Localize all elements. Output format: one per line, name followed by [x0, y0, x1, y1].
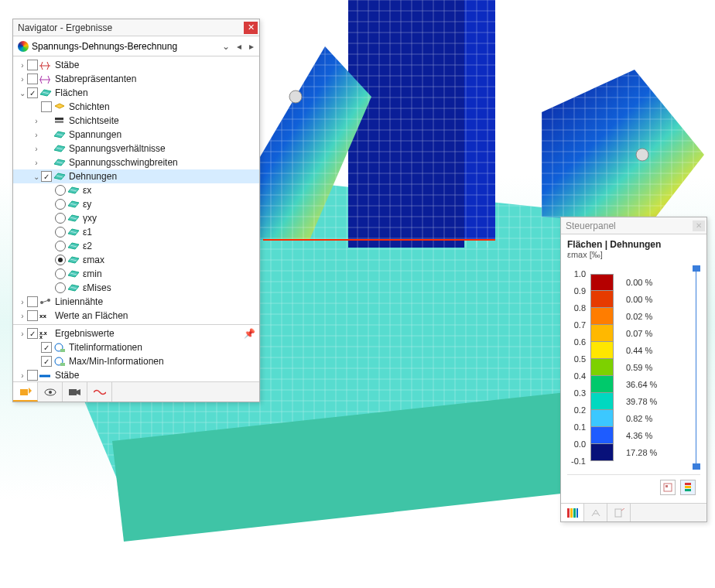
tree-radio[interactable]	[55, 199, 66, 210]
tree-item-label: Schichten	[69, 101, 110, 112]
slider-handle-bottom[interactable]	[693, 463, 700, 470]
tick-label: 0.2	[567, 402, 586, 419]
navigator-titlebar[interactable]: Navigator - Ergebnisse ✕	[13, 19, 259, 36]
tree-item[interactable]: ε1	[13, 225, 259, 239]
color-swatch	[590, 291, 614, 308]
tree-item[interactable]: ›Stäbe	[13, 368, 259, 381]
expander-icon[interactable]: ›	[18, 75, 27, 84]
tab-results[interactable]	[13, 382, 38, 402]
tree-item-label: Dehnungen	[69, 171, 117, 182]
tree-item[interactable]: ›Liniennähte	[13, 295, 259, 309]
tab-colors[interactable]	[561, 504, 584, 521]
expander-icon[interactable]: ›	[18, 330, 27, 338]
tree-checkbox[interactable]	[27, 60, 38, 70]
chevron-down-icon[interactable]: ⌄	[221, 41, 231, 52]
layer-icon	[53, 101, 66, 112]
color-swatch	[590, 274, 614, 291]
control-titlebar[interactable]: Steuerpanel ✕	[561, 217, 706, 234]
tree-item[interactable]: Titelinformationen	[13, 340, 259, 354]
tree-item[interactable]: εx	[13, 183, 259, 197]
tab-video[interactable]	[63, 382, 87, 402]
tree-item[interactable]: εy	[13, 197, 259, 211]
tree-checkbox[interactable]	[27, 74, 38, 84]
svg-rect-53	[20, 389, 28, 395]
tree-item[interactable]: εmin	[13, 267, 259, 281]
next-icon[interactable]: ▸	[247, 41, 256, 52]
results-tree[interactable]: ›Stäbe›Stabrepräsentanten⌄FlächenSchicht…	[13, 56, 259, 381]
expander-icon[interactable]: ›	[32, 145, 41, 153]
tree-checkbox[interactable]	[27, 310, 38, 321]
expander-icon[interactable]: ›	[18, 312, 27, 320]
tab-filter[interactable]	[607, 504, 631, 521]
expander-icon[interactable]: ›	[18, 371, 27, 380]
svg-rect-66	[576, 508, 578, 518]
tree-radio[interactable]	[55, 213, 66, 224]
slider-handle-top[interactable]	[693, 265, 700, 272]
tree-item[interactable]: ›Spannungsschwingbreiten	[13, 156, 259, 169]
tree-checkbox[interactable]	[41, 342, 52, 353]
percent-label: 36.64 %	[618, 376, 688, 393]
percent-label: 4.36 %	[618, 427, 688, 444]
tree-item-label: Max/Min-Informationen	[69, 356, 164, 367]
expander-icon[interactable]: ›	[18, 298, 27, 306]
tree-item[interactable]: ⌄Dehnungen	[13, 169, 259, 183]
tree-item[interactable]: εMises	[13, 281, 259, 295]
close-icon[interactable]: ✕	[244, 22, 258, 34]
control-tabs	[561, 503, 706, 521]
tree-checkbox[interactable]	[41, 356, 52, 367]
expander-icon[interactable]: ›	[32, 117, 41, 125]
tree-checkbox[interactable]	[27, 87, 38, 98]
tree-item-label: Spannungsschwingbreiten	[69, 157, 178, 168]
tick-label: 0.1	[567, 419, 586, 436]
tree-item[interactable]: ›Stabrepräsentanten	[13, 72, 259, 86]
tree-checkbox[interactable]	[27, 296, 38, 307]
tree-radio[interactable]	[55, 255, 66, 265]
expander-icon[interactable]: ⌄	[32, 173, 41, 181]
tree-item[interactable]: ›x.xxErgebniswerte📌	[13, 326, 259, 340]
percent-label: 39.78 %	[618, 393, 688, 410]
tree-item-label: Werte an Flächen	[55, 310, 128, 321]
tree-item[interactable]: εmax	[13, 253, 259, 267]
edit-scale-button[interactable]	[660, 480, 676, 495]
line-icon	[39, 296, 52, 307]
tree-item[interactable]: Schichten	[13, 100, 259, 114]
tree-checkbox[interactable]	[27, 370, 38, 381]
tree-item[interactable]: ε2	[13, 239, 259, 253]
prev-icon[interactable]: ◂	[234, 41, 244, 52]
tab-diagram[interactable]	[87, 382, 112, 402]
pin-icon[interactable]: 📌	[244, 328, 255, 339]
tree-radio[interactable]	[55, 268, 66, 279]
tree-item[interactable]: ⌄Flächen	[13, 86, 259, 100]
tree-radio[interactable]	[55, 241, 66, 251]
expander-icon[interactable]: ›	[32, 131, 41, 139]
expander-icon[interactable]: ›	[32, 159, 41, 167]
tick-label: 0.5	[567, 350, 586, 368]
tree-radio[interactable]	[55, 185, 66, 196]
tab-factors[interactable]	[584, 504, 607, 521]
surf-icon	[67, 241, 80, 251]
tree-checkbox[interactable]	[27, 328, 38, 339]
tree-item-label: Liniennähte	[55, 296, 103, 307]
expander-icon[interactable]: ⌄	[18, 89, 27, 97]
tree-radio[interactable]	[55, 227, 66, 238]
tree-item[interactable]: ›xxWerte an Flächen	[13, 309, 259, 323]
result-dropdown[interactable]: Spannungs-Dehnungs-Berechnung	[32, 41, 217, 52]
tree-item[interactable]: γxy	[13, 211, 259, 225]
tab-views[interactable]	[38, 382, 63, 402]
svg-rect-17	[55, 118, 63, 120]
tree-item-label: εmin	[83, 268, 102, 279]
close-icon[interactable]: ✕	[693, 220, 705, 231]
svg-rect-59	[665, 485, 668, 487]
tree-radio[interactable]	[55, 282, 66, 293]
tree-checkbox[interactable]	[41, 171, 52, 182]
tree-item[interactable]: Max/Min-Informationen	[13, 354, 259, 368]
tree-item[interactable]: ›Stäbe	[13, 58, 259, 72]
tick-label: -0.1	[567, 453, 586, 470]
expander-icon[interactable]: ›	[18, 61, 27, 70]
range-slider[interactable]	[693, 265, 700, 470]
tree-checkbox[interactable]	[41, 101, 52, 112]
toggle-legend-button[interactable]	[680, 480, 696, 495]
tree-item[interactable]: ›Schichtseite	[13, 114, 259, 128]
tree-item[interactable]: ›Spannungen	[13, 128, 259, 142]
tree-item[interactable]: ›Spannungsverhältnisse	[13, 142, 259, 156]
